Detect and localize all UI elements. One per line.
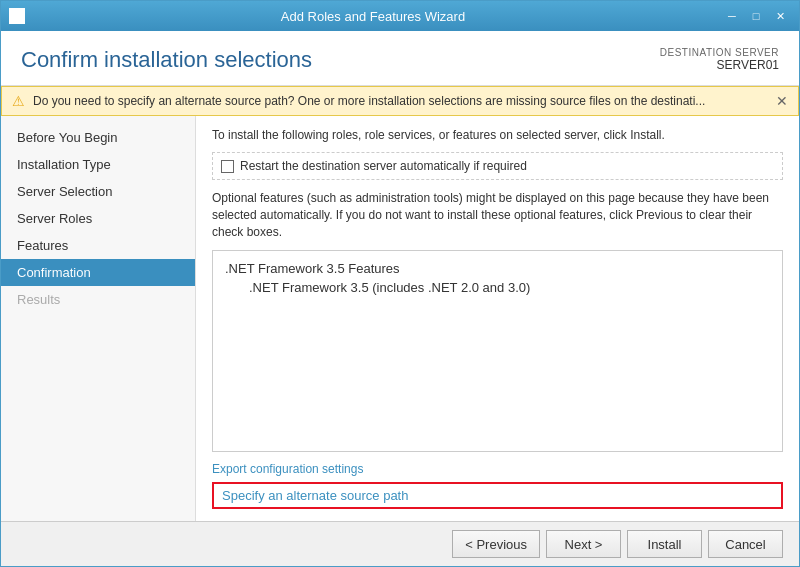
export-configuration-link[interactable]: Export configuration settings xyxy=(212,462,783,476)
instruction-text: To install the following roles, role ser… xyxy=(212,128,783,142)
optional-text: Optional features (such as administratio… xyxy=(212,190,783,240)
feature-item-1: .NET Framework 3.5 Features xyxy=(225,259,770,278)
page-title: Confirm installation selections xyxy=(21,47,312,73)
right-panel: To install the following roles, role ser… xyxy=(196,116,799,521)
warning-text: Do you need to specify an alternate sour… xyxy=(33,94,768,108)
window-controls: ─ □ ✕ xyxy=(721,6,791,26)
feature-item-2: .NET Framework 3.5 (includes .NET 2.0 an… xyxy=(225,278,770,297)
maximize-button[interactable]: □ xyxy=(745,6,767,26)
install-button[interactable]: Install xyxy=(627,530,702,558)
wizard-footer: < Previous Next > Install Cancel xyxy=(1,521,799,566)
wizard-window: Add Roles and Features Wizard ─ □ ✕ Conf… xyxy=(0,0,800,567)
sidebar-item-server-roles[interactable]: Server Roles xyxy=(1,205,195,232)
destination-label: DESTINATION SERVER xyxy=(660,47,779,58)
restart-checkbox[interactable] xyxy=(221,160,234,173)
svg-rect-0 xyxy=(11,10,23,22)
window-icon xyxy=(9,8,25,24)
sidebar-item-before-you-begin[interactable]: Before You Begin xyxy=(1,124,195,151)
sidebar-item-results: Results xyxy=(1,286,195,313)
alternate-source-box[interactable]: Specify an alternate source path xyxy=(212,482,783,509)
sidebar-item-confirmation[interactable]: Confirmation xyxy=(1,259,195,286)
next-button[interactable]: Next > xyxy=(546,530,621,558)
restart-label: Restart the destination server automatic… xyxy=(240,159,527,173)
close-button[interactable]: ✕ xyxy=(769,6,791,26)
wizard-body: Before You Begin Installation Type Serve… xyxy=(1,116,799,521)
sidebar-item-installation-type[interactable]: Installation Type xyxy=(1,151,195,178)
destination-server-info: DESTINATION SERVER SERVER01 xyxy=(660,47,779,72)
sidebar: Before You Begin Installation Type Serve… xyxy=(1,116,196,521)
title-bar: Add Roles and Features Wizard ─ □ ✕ xyxy=(1,1,799,31)
cancel-button[interactable]: Cancel xyxy=(708,530,783,558)
sidebar-item-server-selection[interactable]: Server Selection xyxy=(1,178,195,205)
restart-checkbox-row: Restart the destination server automatic… xyxy=(212,152,783,180)
minimize-button[interactable]: ─ xyxy=(721,6,743,26)
warning-banner: ⚠ Do you need to specify an alternate so… xyxy=(1,86,799,116)
wizard-header: Confirm installation selections DESTINAT… xyxy=(1,31,799,86)
window-title: Add Roles and Features Wizard xyxy=(25,9,721,24)
warning-icon: ⚠ xyxy=(12,93,25,109)
sidebar-item-features[interactable]: Features xyxy=(1,232,195,259)
features-box: .NET Framework 3.5 Features .NET Framewo… xyxy=(212,250,783,452)
main-content: Confirm installation selections DESTINAT… xyxy=(1,31,799,521)
server-name: SERVER01 xyxy=(660,58,779,72)
warning-close-button[interactable]: ✕ xyxy=(776,93,788,109)
alternate-source-link[interactable]: Specify an alternate source path xyxy=(222,488,408,503)
previous-button[interactable]: < Previous xyxy=(452,530,540,558)
